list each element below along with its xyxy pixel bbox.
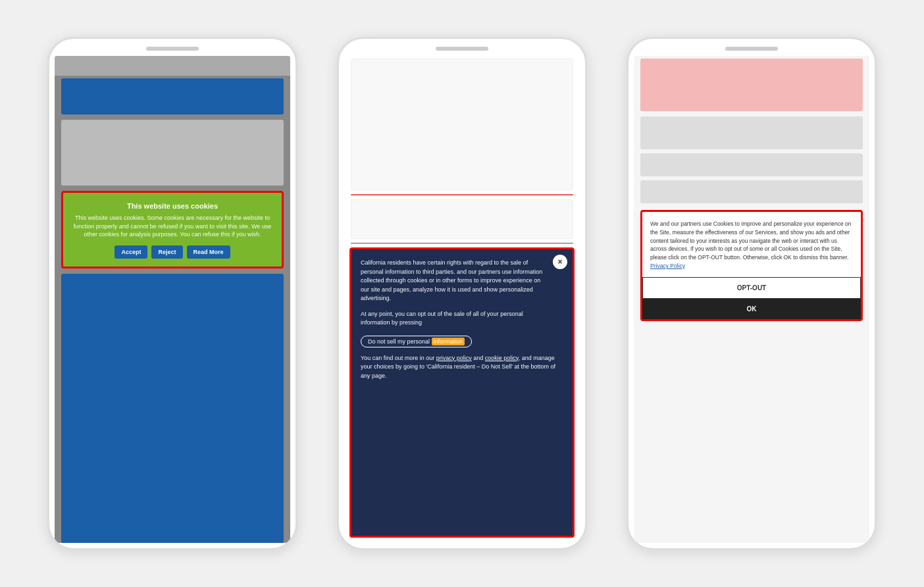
phone-2-white-block2 [351, 199, 573, 239]
cookie-banner-1: This website uses cookies This website u… [61, 191, 284, 268]
accept-button[interactable]: Accept [115, 245, 147, 259]
close-button[interactable]: × [553, 255, 567, 269]
cookie-banner-2-text1: California residents have certain rights… [361, 259, 548, 303]
phone-1-screen: This website uses cookies This website u… [55, 56, 290, 543]
phone-1-bottom-blue [61, 274, 284, 543]
opt-out-button[interactable]: OPT-OUT [642, 277, 861, 299]
phone-1: This website uses cookies This website u… [47, 37, 297, 550]
cookie-banner-2-text3: At any point, you can opt out of the sal… [361, 310, 548, 328]
phone-1-content: This website uses cookies This website u… [55, 56, 290, 543]
phone-3-gray-block-3 [640, 180, 863, 203]
phone-3-gray-blocks [640, 116, 863, 203]
reject-button[interactable]: Reject [151, 245, 182, 259]
phone-1-notch [146, 47, 199, 51]
phone-2-screen: × California residents have certain righ… [344, 56, 580, 543]
do-not-sell-button[interactable]: Do not sell my personal information [361, 336, 472, 347]
privacy-policy-link[interactable]: privacy policy [436, 355, 472, 361]
phone-1-blue-bar [61, 78, 284, 115]
phone-2-notch [436, 47, 488, 51]
cookie-banner-1-text: This website uses cookies. Some cookies … [71, 214, 274, 239]
ok-button[interactable]: OK [642, 299, 861, 319]
cookie-banner-3: We and our partners use Cookies to impro… [640, 210, 863, 321]
phone-2-dark-line [351, 243, 573, 243]
cookie-policy-link[interactable]: cookie policy [485, 355, 519, 361]
phone-3-pink-bar [640, 59, 863, 111]
cookie-banner-1-title: This website uses cookies [71, 202, 274, 210]
phone-2-white-block [351, 59, 573, 190]
cookie-banner-2-bottom-text: You can find out more in our privacy pol… [361, 354, 563, 381]
phone-1-content-block [61, 120, 284, 186]
phone-2-red-line [351, 194, 573, 195]
phones-container: This website uses cookies This website u… [21, 11, 903, 576]
cookie-banner-3-buttons: OPT-OUT OK [642, 277, 861, 319]
privacy-policy-link-3[interactable]: Privacy Policy [650, 263, 685, 269]
phone-3-screen: We and our partners use Cookies to impro… [634, 56, 869, 543]
phone-3-gray-block-1 [640, 116, 863, 149]
phone-2: × California residents have certain righ… [337, 37, 587, 550]
cookie-banner-3-text: We and our partners use Cookies to impro… [650, 220, 853, 270]
phone-3: We and our partners use Cookies to impro… [627, 37, 877, 550]
phone-3-notch [725, 47, 778, 51]
phone-1-gray-bar [55, 56, 290, 76]
phone-3-gray-block-2 [640, 153, 863, 176]
cookie-banner-2: × California residents have certain righ… [349, 247, 575, 538]
cookie-banner-1-buttons: Accept Reject Read More [71, 245, 274, 259]
phone-2-content: × California residents have certain righ… [344, 56, 580, 543]
read-more-button[interactable]: Read More [187, 245, 230, 259]
phone-3-content: We and our partners use Cookies to impro… [634, 56, 869, 543]
